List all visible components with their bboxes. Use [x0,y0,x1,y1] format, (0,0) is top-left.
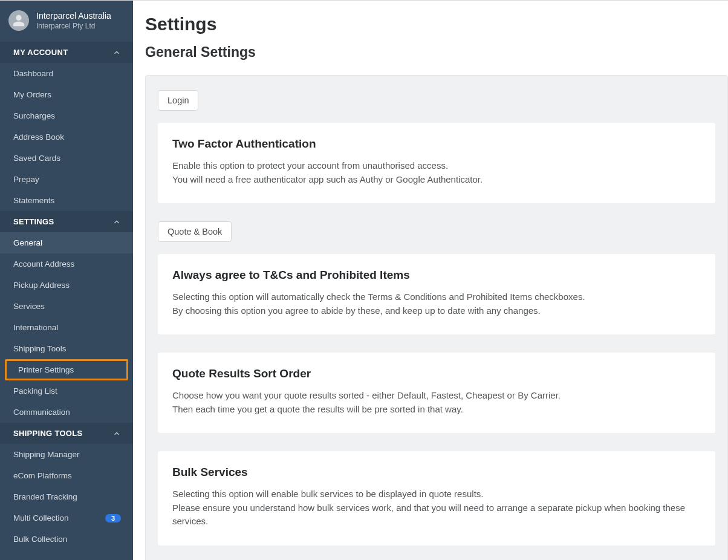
sidebar-item-pickup-address[interactable]: Pickup Address [0,275,133,296]
sidebar-item-label: Saved Cards [13,154,60,163]
sidebar-item-packing-list[interactable]: Packing List [0,380,133,402]
sidebar-item-label: General [13,238,42,247]
main-content: Settings General Settings Login Two Fact… [133,1,728,560]
sidebar-item-account-address[interactable]: Account Address [0,253,133,275]
sidebar-item-dashboard[interactable]: Dashboard [0,63,133,84]
sidebar-item-label: Statements [13,196,54,205]
login-pill-button[interactable]: Login [158,90,198,111]
sidebar-item-ecom-platforms[interactable]: eCom Platforms [0,465,133,486]
sidebar-item-label: Pickup Address [13,281,70,290]
count-badge: 3 [105,514,121,523]
card-text: Choose how you want your quote results s… [172,389,701,403]
section-label: SETTINGS [13,217,54,226]
settings-panel: Login Two Factor Authentication Enable t… [145,75,728,560]
sidebar-item-multi-collection[interactable]: Multi Collection 3 [0,507,133,529]
sidebar-item-label: Shipping Manager [13,450,80,459]
page-subtitle: General Settings [133,41,728,75]
card-title: Two Factor Authentication [172,137,701,151]
profile-name: Interparcel Australia [36,11,111,21]
card-title: Bulk Services [172,466,701,479]
sidebar-section-shipping-tools[interactable]: SHIPPING TOOLS [0,423,133,444]
sidebar-item-label: Dashboard [13,69,53,78]
sidebar-item-label: Surcharges [13,111,55,120]
card-sort-order: Quote Results Sort Order Choose how you … [158,353,715,433]
section-label: MY ACCOUNT [13,48,68,57]
sidebar-item-bulk-collection[interactable]: Bulk Collection [0,529,133,550]
sidebar-item-saved-cards[interactable]: Saved Cards [0,148,133,169]
card-text: Selecting this option will enable bulk s… [172,487,701,501]
quote-book-pill-button[interactable]: Quote & Book [158,221,232,242]
sidebar-item-shipping-manager[interactable]: Shipping Manager [0,444,133,465]
card-text: Selecting this option will automatically… [172,290,701,304]
card-text: By choosing this option you agree to abi… [172,304,701,318]
user-icon [12,14,25,27]
card-title: Quote Results Sort Order [172,367,701,380]
sidebar-item-prepay[interactable]: Prepay [0,169,133,190]
sidebar-item-label: Shipping Tools [13,344,67,353]
sidebar-item-communication[interactable]: Communication [0,402,133,423]
sidebar-item-label: Branded Tracking [13,492,77,501]
sidebar-item-my-orders[interactable]: My Orders [0,84,133,105]
sidebar-item-label: eCom Platforms [13,471,72,480]
sidebar-item-statements[interactable]: Statements [0,190,133,211]
sidebar: Interparcel Australia Interparcel Pty Lt… [0,1,133,560]
avatar [8,10,29,31]
sidebar-item-label: International [13,323,58,332]
sidebar-item-label: Address Book [13,132,64,142]
sidebar-item-printer-settings[interactable]: Printer Settings [5,359,128,380]
sidebar-item-general[interactable]: General [0,232,133,253]
card-title: Always agree to T&Cs and Prohibited Item… [172,269,701,282]
card-text: Please ensure you understand how bulk se… [172,501,701,529]
card-bulk-services: Bulk Services Selecting this option will… [158,451,715,545]
sidebar-item-branded-tracking[interactable]: Branded Tracking [0,486,133,507]
sidebar-item-label: Packing List [13,386,57,396]
profile-org: Interparcel Pty Ltd [36,22,111,30]
sidebar-item-address-book[interactable]: Address Book [0,126,133,148]
sidebar-item-services[interactable]: Services [0,296,133,317]
sidebar-item-label: My Orders [13,90,51,99]
sidebar-section-settings[interactable]: SETTINGS [0,211,133,232]
sidebar-item-label: Services [13,302,45,311]
card-text: Then each time you get a quote the resul… [172,403,701,417]
card-agree-tcs: Always agree to T&Cs and Prohibited Item… [158,254,715,334]
chevron-up-icon [112,429,121,438]
section-label: SHIPPING TOOLS [13,429,82,438]
sidebar-item-surcharges[interactable]: Surcharges [0,105,133,126]
sidebar-item-label: Printer Settings [18,365,74,374]
sidebar-section-my-account[interactable]: MY ACCOUNT [0,42,133,63]
page-title: Settings [133,1,728,41]
sidebar-item-label: Multi Collection [13,513,69,523]
sidebar-item-label: Account Address [13,259,74,269]
card-two-factor: Two Factor Authentication Enable this op… [158,123,715,203]
card-text: You will need a free authenticator app s… [172,173,701,187]
card-text: Enable this option to protect your accou… [172,159,701,173]
profile-block[interactable]: Interparcel Australia Interparcel Pty Lt… [0,1,133,42]
sidebar-item-label: Communication [13,408,70,417]
sidebar-item-label: Bulk Collection [13,535,67,544]
chevron-up-icon [112,218,121,226]
chevron-up-icon [112,48,121,57]
sidebar-item-label: Prepay [13,175,39,184]
sidebar-item-international[interactable]: International [0,317,133,338]
sidebar-item-shipping-tools[interactable]: Shipping Tools [0,338,133,359]
